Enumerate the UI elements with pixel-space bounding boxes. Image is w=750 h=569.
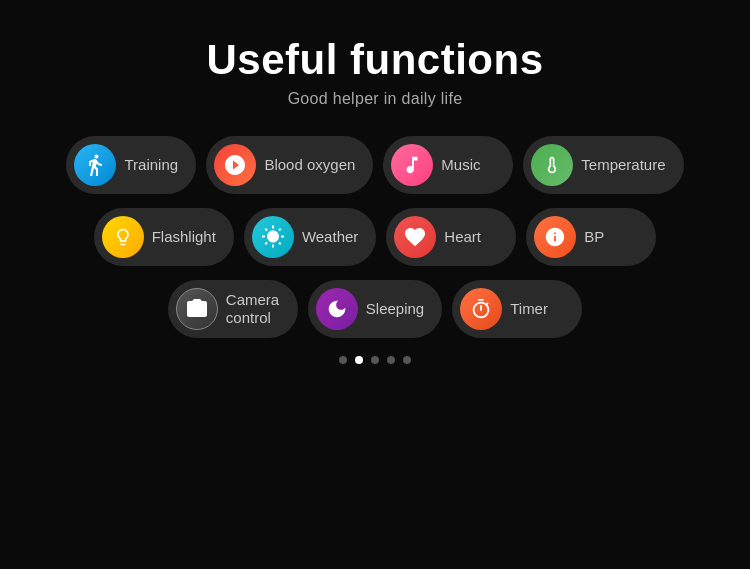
flashlight-icon	[102, 216, 144, 258]
chip-timer[interactable]: Timer	[452, 280, 582, 338]
temperature-label: Temperature	[581, 156, 665, 174]
pagination-dot-0[interactable]	[339, 356, 347, 364]
camera-icon	[176, 288, 218, 330]
music-icon	[391, 144, 433, 186]
heart-icon	[394, 216, 436, 258]
weather-label: Weather	[302, 228, 358, 246]
function-row-2: Camera controlSleepingTimer	[168, 280, 582, 338]
bp-icon	[534, 216, 576, 258]
page-title: Useful functions	[206, 36, 543, 84]
chip-heart[interactable]: Heart	[386, 208, 516, 266]
bloodoxygen-icon	[214, 144, 256, 186]
heart-label: Heart	[444, 228, 481, 246]
chip-temperature[interactable]: Temperature	[523, 136, 683, 194]
chip-sleeping[interactable]: Sleeping	[308, 280, 442, 338]
page-header: Useful functions Good helper in daily li…	[206, 36, 543, 108]
music-label: Music	[441, 156, 480, 174]
bp-label: BP	[584, 228, 604, 246]
functions-grid: TrainingBlood oxygenMusicTemperatureFlas…	[66, 136, 683, 338]
training-label: Training	[124, 156, 178, 174]
flashlight-label: Flashlight	[152, 228, 216, 246]
chip-training[interactable]: Training	[66, 136, 196, 194]
pagination-dots	[339, 356, 411, 364]
chip-music[interactable]: Music	[383, 136, 513, 194]
chip-weather[interactable]: Weather	[244, 208, 376, 266]
pagination-dot-1[interactable]	[355, 356, 363, 364]
timer-label: Timer	[510, 300, 548, 318]
sleeping-icon	[316, 288, 358, 330]
timer-icon	[460, 288, 502, 330]
training-icon	[74, 144, 116, 186]
chip-flashlight[interactable]: Flashlight	[94, 208, 234, 266]
chip-bp[interactable]: BP	[526, 208, 656, 266]
page-subtitle: Good helper in daily life	[206, 90, 543, 108]
pagination-dot-2[interactable]	[371, 356, 379, 364]
temperature-icon	[531, 144, 573, 186]
bloodoxygen-label: Blood oxygen	[264, 156, 355, 174]
chip-camera[interactable]: Camera control	[168, 280, 298, 338]
pagination-dot-4[interactable]	[403, 356, 411, 364]
weather-icon	[252, 216, 294, 258]
pagination-dot-3[interactable]	[387, 356, 395, 364]
camera-label: Camera control	[226, 291, 279, 327]
chip-bloodoxygen[interactable]: Blood oxygen	[206, 136, 373, 194]
function-row-1: FlashlightWeatherHeartBP	[94, 208, 657, 266]
sleeping-label: Sleeping	[366, 300, 424, 318]
function-row-0: TrainingBlood oxygenMusicTemperature	[66, 136, 683, 194]
